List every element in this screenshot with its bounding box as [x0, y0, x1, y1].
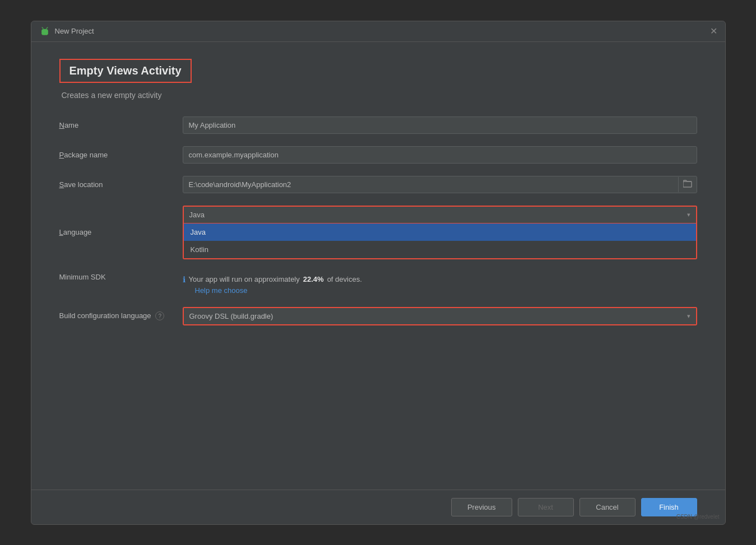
- sdk-info-suffix: of devices.: [327, 275, 362, 283]
- next-button[interactable]: Next: [518, 498, 574, 516]
- dialog-title: New Project: [55, 27, 94, 35]
- language-dropdown-wrapper: Java ▾ Java Kotlin: [183, 206, 697, 259]
- package-label: Package name: [59, 151, 183, 159]
- package-row: Package name: [59, 146, 697, 164]
- section-title-box: Empty Views Activity: [59, 59, 192, 83]
- chevron-down-icon: ▾: [687, 211, 690, 218]
- help-me-choose-link[interactable]: Help me choose: [195, 286, 697, 295]
- cancel-button[interactable]: Cancel: [579, 498, 636, 516]
- name-row: Name: [59, 117, 697, 134]
- svg-line-3: [46, 27, 47, 28]
- watermark: CSDN @redvelet: [676, 514, 720, 520]
- build-config-row: Build configuration language ? Groovy DS…: [59, 307, 697, 325]
- save-location-input[interactable]: [183, 176, 678, 193]
- build-config-dropdown-button[interactable]: Groovy DSL (build.gradle) ▾: [184, 308, 696, 324]
- language-option-kotlin[interactable]: Kotlin: [184, 241, 696, 258]
- section-title: Empty Views Activity: [69, 64, 182, 77]
- sdk-content: ℹ Your app will run on approximately 22.…: [183, 272, 697, 295]
- svg-rect-4: [42, 34, 43, 35]
- language-label: Language: [59, 228, 183, 236]
- android-icon: [39, 26, 50, 37]
- save-location-wrapper: [183, 176, 697, 193]
- save-location-label: Save location: [59, 180, 183, 189]
- info-icon: ℹ: [183, 275, 185, 284]
- previous-button[interactable]: Previous: [451, 498, 512, 516]
- build-config-dropdown-area: Groovy DSL (build.gradle) ▾: [183, 307, 697, 325]
- sdk-percentage: 22.4%: [303, 275, 324, 283]
- sdk-info: ℹ Your app will run on approximately 22.…: [183, 275, 697, 284]
- title-bar: New Project ✕: [31, 21, 725, 42]
- package-input[interactable]: [183, 146, 697, 164]
- svg-rect-5: [46, 34, 47, 35]
- new-project-dialog: New Project ✕ Empty Views Activity Creat…: [31, 21, 726, 525]
- sdk-label: Minimum SDK: [59, 272, 183, 281]
- sdk-row: Minimum SDK ℹ Your app will run on appro…: [59, 272, 697, 295]
- language-row: Language Java ▾ Java Kotlin: [59, 206, 697, 259]
- build-config-label-text: Build configuration language: [59, 311, 151, 320]
- build-config-label: Build configuration language ?: [59, 311, 183, 321]
- language-dropdown-button[interactable]: Java ▾: [184, 207, 696, 223]
- content-area: Empty Views Activity Creates a new empty…: [31, 42, 725, 490]
- language-option-java[interactable]: Java: [184, 223, 696, 241]
- footer: Previous Next Cancel Finish: [31, 490, 725, 524]
- sdk-info-prefix: Your app will run on approximately: [189, 275, 300, 283]
- browse-folder-button[interactable]: [678, 177, 697, 192]
- title-bar-left: New Project: [39, 26, 94, 37]
- build-config-help-icon[interactable]: ?: [155, 311, 164, 320]
- subtitle: Creates a new empty activity: [62, 91, 697, 100]
- svg-line-2: [42, 27, 43, 28]
- name-label: Name: [59, 121, 183, 129]
- build-config-selected-value: Groovy DSL (build.gradle): [189, 312, 273, 320]
- language-selected-value: Java: [189, 211, 205, 219]
- build-config-wrapper: Groovy DSL (build.gradle) ▾: [183, 307, 697, 325]
- language-section: Java ▾ Java Kotlin: [183, 206, 697, 259]
- language-options-list: Java Kotlin: [184, 223, 696, 258]
- close-icon[interactable]: ✕: [710, 27, 717, 36]
- svg-rect-6: [683, 181, 692, 187]
- name-input[interactable]: [183, 117, 697, 134]
- build-config-chevron-icon: ▾: [687, 313, 690, 320]
- save-location-row: Save location: [59, 176, 697, 193]
